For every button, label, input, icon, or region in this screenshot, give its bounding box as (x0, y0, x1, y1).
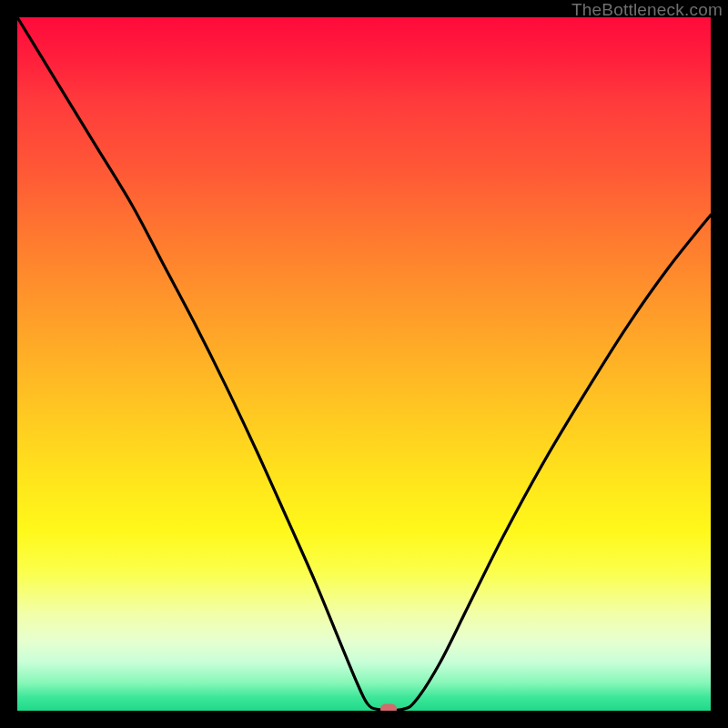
chart-stage: TheBottleneck.com (0, 0, 728, 728)
plot-area (17, 17, 711, 711)
bottleneck-curve (17, 17, 711, 711)
watermark-text: TheBottleneck.com (571, 0, 723, 20)
optimal-point-marker (380, 703, 397, 711)
